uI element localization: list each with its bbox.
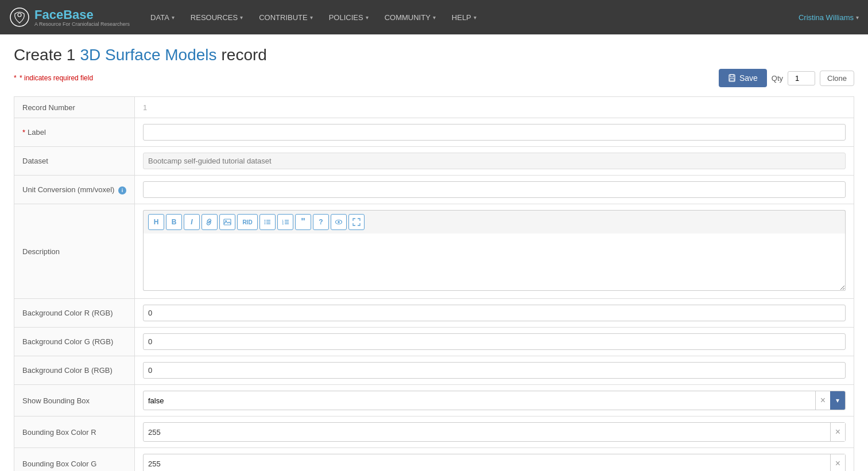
description-textarea[interactable]	[143, 233, 846, 291]
bounding-box-color-r-input[interactable]	[144, 425, 830, 440]
chevron-down-icon: ▾	[240, 14, 243, 21]
chevron-down-icon: ▾	[366, 14, 369, 21]
brand-logo-icon	[9, 7, 30, 28]
svg-text:3: 3	[282, 223, 284, 225]
chevron-down-icon: ▾	[474, 14, 476, 21]
link-icon	[206, 218, 214, 226]
list-ul-icon	[264, 218, 272, 226]
bounding-box-color-r-row: Bounding Box Color R ×	[14, 416, 854, 448]
editor-link-btn[interactable]	[202, 214, 218, 230]
dataset-row: Dataset	[14, 147, 854, 176]
nav-item-resources[interactable]: RESOURCES ▾	[184, 9, 250, 26]
navbar: FaceBase A Resource For Craniofacial Res…	[0, 0, 868, 34]
save-button[interactable]: Save	[719, 69, 767, 87]
required-note: * * indicates required field	[14, 74, 93, 82]
nav-item-policies[interactable]: POLICIES ▾	[322, 9, 375, 26]
svg-point-10	[265, 220, 266, 221]
editor-italic-btn[interactable]: I	[184, 214, 200, 230]
required-marker: *	[22, 128, 25, 137]
bounding-box-color-g-input[interactable]	[144, 456, 830, 472]
dataset-input	[143, 153, 846, 169]
nav-item-community[interactable]: COMMUNITY ▾	[378, 9, 443, 26]
bg-color-g-input[interactable]	[143, 333, 846, 350]
form-table: Record Number 1 *Label Dataset	[14, 96, 854, 471]
top-bar: * * indicates required field Save Qty Cl…	[14, 69, 854, 87]
required-asterisk: *	[14, 74, 17, 82]
unit-conversion-row: Unit Conversion (mm/voxel) i	[14, 176, 854, 204]
show-bounding-box-dropdown-btn[interactable]: ▾	[830, 391, 845, 410]
brand-subtitle: A Resource For Craniofacial Researchers	[34, 21, 130, 27]
bounding-box-color-r-label: Bounding Box Color R	[14, 416, 135, 448]
qty-label: Qty	[772, 74, 783, 83]
bg-color-b-row: Background Color B (RGB)	[14, 356, 854, 385]
svg-point-0	[10, 8, 29, 26]
nav-item-contribute[interactable]: CONTRIBUTE ▾	[252, 9, 320, 26]
brand-name: FaceBase	[34, 7, 94, 22]
editor-ul-btn[interactable]	[259, 214, 276, 230]
show-bounding-box-select[interactable]: false true	[144, 393, 815, 408]
editor-image-btn[interactable]	[219, 214, 235, 230]
editor-help-btn[interactable]: ?	[313, 214, 329, 230]
bounding-box-color-g-label: Bounding Box Color G	[14, 448, 135, 472]
svg-point-20	[338, 221, 340, 223]
editor-toolbar: H B I RID 123	[143, 210, 846, 233]
svg-rect-5	[224, 219, 231, 225]
description-row: Description H B I RID	[14, 204, 854, 299]
bg-color-g-label: Background Color G (RGB)	[14, 328, 135, 356]
label-row: *Label	[14, 118, 854, 147]
bounding-box-color-r-clear-btn[interactable]: ×	[830, 423, 845, 441]
show-bounding-box-row: Show Bounding Box false true × ▾	[14, 385, 854, 416]
description-label: Description	[14, 204, 135, 299]
brand[interactable]: FaceBase A Resource For Craniofacial Res…	[9, 7, 130, 28]
label-field-label: *Label	[14, 118, 135, 147]
nav-menu: DATA ▾ RESOURCES ▾ CONTRIBUTE ▾ POLICIES…	[144, 9, 799, 26]
editor-quote-btn[interactable]: "	[295, 214, 311, 230]
label-input[interactable]	[143, 124, 846, 141]
fullscreen-icon	[352, 218, 361, 226]
bounding-box-color-g-row: Bounding Box Color G ×	[14, 448, 854, 472]
bounding-box-color-g-clear-btn[interactable]: ×	[830, 454, 845, 471]
info-icon[interactable]: i	[118, 186, 126, 194]
record-number-row: Record Number 1	[14, 97, 854, 118]
show-bounding-box-label: Show Bounding Box	[14, 385, 135, 416]
image-icon	[223, 218, 231, 226]
chevron-down-icon: ▾	[433, 14, 436, 21]
editor-ol-btn[interactable]: 123	[277, 214, 293, 230]
svg-point-12	[265, 223, 266, 224]
editor-preview-btn[interactable]	[331, 214, 347, 230]
bg-color-r-label: Background Color R (RGB)	[14, 299, 135, 328]
unit-conversion-label: Unit Conversion (mm/voxel) i	[14, 176, 135, 204]
top-actions: Save Qty Clone	[719, 69, 854, 87]
nav-item-data[interactable]: DATA ▾	[144, 9, 181, 26]
bg-color-r-row: Background Color R (RGB)	[14, 299, 854, 328]
clone-button[interactable]: Clone	[820, 71, 854, 86]
user-menu[interactable]: Cristina Williams ▾	[799, 13, 859, 22]
bg-color-r-input[interactable]	[143, 305, 846, 321]
nav-item-help[interactable]: HELP ▾	[445, 9, 483, 26]
bg-color-b-label: Background Color B (RGB)	[14, 356, 135, 385]
qty-input[interactable]	[788, 71, 815, 85]
dataset-label: Dataset	[14, 147, 135, 176]
editor-bold-btn[interactable]: B	[166, 214, 182, 230]
record-number-value: 1	[143, 103, 147, 112]
svg-point-11	[265, 221, 266, 223]
editor-heading-btn[interactable]: H	[148, 214, 164, 230]
svg-rect-3	[730, 75, 734, 77]
unit-conversion-input[interactable]	[143, 181, 846, 198]
show-bounding-box-select-wrapper: false true × ▾	[143, 391, 846, 410]
svg-rect-4	[730, 79, 734, 81]
save-icon	[728, 74, 736, 82]
chevron-down-icon: ▾	[856, 14, 859, 21]
page-content: Create 1 3D Surface Models record * * in…	[0, 34, 868, 471]
editor-rid-btn[interactable]: RID	[237, 214, 258, 230]
svg-point-1	[18, 13, 21, 17]
list-ol-icon: 123	[281, 218, 289, 226]
chevron-down-icon: ▾	[172, 14, 175, 21]
bg-color-g-row: Background Color G (RGB)	[14, 328, 854, 356]
record-number-label: Record Number	[14, 97, 135, 118]
bg-color-b-input[interactable]	[143, 362, 846, 379]
editor-fullscreen-btn[interactable]	[348, 214, 365, 230]
show-bounding-box-clear-btn[interactable]: ×	[815, 391, 830, 410]
chevron-down-icon: ▾	[310, 14, 313, 21]
eye-icon	[335, 218, 343, 226]
